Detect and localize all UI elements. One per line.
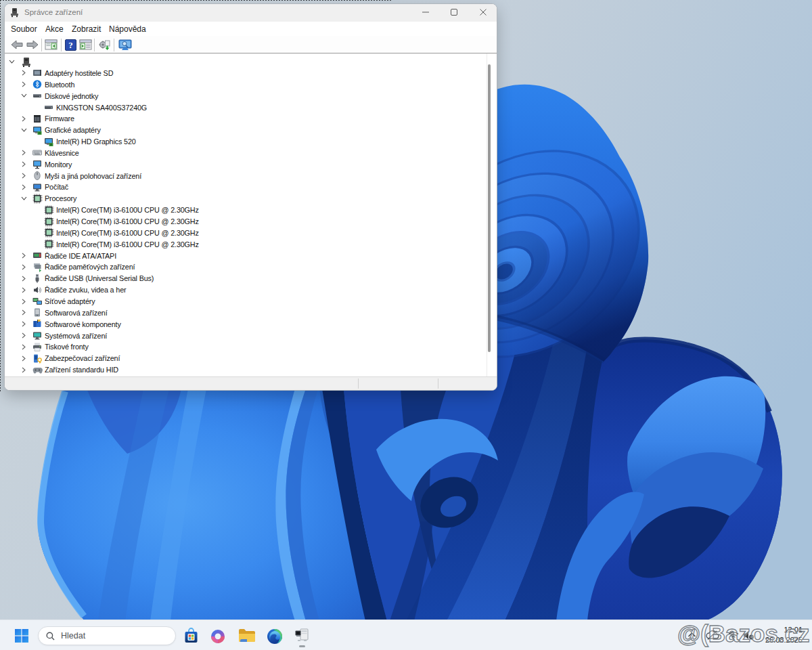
svg-text:?: ? xyxy=(68,40,73,50)
svg-text:@(Bazos.cz: @(Bazos.cz xyxy=(677,620,810,647)
